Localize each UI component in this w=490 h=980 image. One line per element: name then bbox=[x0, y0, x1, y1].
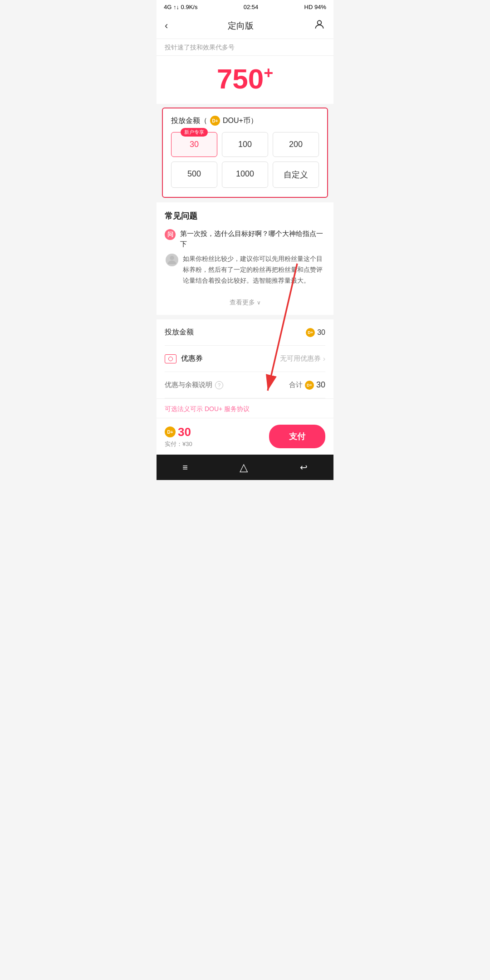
faq-q-icon: 问 bbox=[165, 229, 176, 240]
status-icons: HD 94% bbox=[304, 4, 326, 10]
coupon-arrow-icon: › bbox=[323, 355, 325, 363]
faq-answer: 如果你粉丝比较少，建议你可以先用粉丝量这个目标养粉，然后有了一定的粉丝再把粉丝量… bbox=[165, 254, 325, 286]
amount-label: 投放金额（ D+ DOU+币） bbox=[171, 116, 319, 126]
amount-section: 投放金额（ D+ DOU+币） 新户专享 30 100 200 500 1000… bbox=[162, 108, 328, 198]
total-value-area: 合计 D+ 30 bbox=[289, 380, 325, 390]
total-row: 优惠与余额说明 ? 合计 D+ 30 bbox=[165, 372, 325, 398]
amount-option-custom[interactable]: 自定义 bbox=[273, 162, 319, 188]
total-label: 优惠与余额说明 bbox=[165, 381, 212, 389]
faq-avatar bbox=[166, 254, 178, 266]
status-bar: 4G ↑↓ 0.9K/s 02:54 HD 94% bbox=[157, 0, 333, 13]
amount-value: 30 bbox=[190, 140, 199, 149]
faq-title: 常见问题 bbox=[165, 211, 325, 221]
hint-text: 可选法义可示 bbox=[165, 405, 205, 412]
amount-option-200[interactable]: 200 bbox=[273, 132, 319, 157]
invest-amount-row: 投放金额 D+ 30 bbox=[165, 319, 325, 346]
amount-value: 500 bbox=[187, 169, 201, 178]
bottom-hint: 可选法义可示 DOU+ 服务协议 bbox=[157, 398, 333, 418]
amount-grid: 新户专享 30 100 200 500 1000 自定义 bbox=[171, 132, 319, 188]
amount-value: 自定义 bbox=[284, 170, 308, 179]
coupon-value: 无可用优惠券 bbox=[280, 354, 321, 363]
summary-section: 投放金额 D+ 30 优惠券 无可用优惠券 › 优惠与余额说明 ? 合计 D+ … bbox=[157, 319, 333, 398]
faq-answer-text: 如果你粉丝比较少，建议你可以先用粉丝量这个目标养粉，然后有了一定的粉丝再把粉丝量… bbox=[183, 254, 325, 286]
amount-option-30[interactable]: 新户专享 30 bbox=[171, 132, 217, 157]
total-value: 30 bbox=[316, 380, 325, 390]
svg-point-0 bbox=[318, 20, 322, 24]
coin-icon-pay: D+ bbox=[165, 426, 176, 437]
amount-value: 200 bbox=[289, 140, 303, 149]
total-sublabel: 合计 bbox=[289, 381, 303, 389]
invest-value: D+ 30 bbox=[306, 328, 325, 337]
system-menu-icon[interactable]: ≡ bbox=[182, 462, 188, 473]
hint-link[interactable]: DOU+ 服务协议 bbox=[205, 405, 250, 412]
faq-section: 常见问题 问 第一次投，选什么目标好啊？哪个大神给指点一下 如果你粉丝比较少，建… bbox=[157, 202, 333, 315]
system-nav: ≡ △ ↩ bbox=[157, 455, 333, 480]
status-signal: 4G ↑↓ 0.9K/s bbox=[164, 4, 197, 10]
coupon-row[interactable]: 优惠券 无可用优惠券 › bbox=[165, 346, 325, 372]
pay-button[interactable]: 支付 bbox=[269, 425, 325, 448]
user-icon[interactable] bbox=[314, 19, 325, 33]
payment-bar: D+ 30 实付：¥30 支付 bbox=[157, 418, 333, 455]
faq-question: 问 第一次投，选什么目标好啊？哪个大神给指点一下 bbox=[165, 229, 325, 249]
new-badge: 新户专享 bbox=[181, 128, 208, 137]
svg-point-1 bbox=[170, 256, 174, 260]
faq-item: 问 第一次投，选什么目标好啊？哪个大神给指点一下 如果你粉丝比较少，建议你可以先… bbox=[165, 229, 325, 286]
coin-icon-total: D+ bbox=[305, 381, 314, 390]
subtitle-bar: 投针速了技和效果代多号 bbox=[157, 39, 333, 56]
amount-value: 100 bbox=[238, 140, 252, 149]
payment-coin-amount: D+ 30 bbox=[165, 425, 192, 439]
amount-option-100[interactable]: 100 bbox=[222, 132, 268, 157]
coupon-label-area: 优惠券 bbox=[165, 354, 203, 363]
amount-option-1000[interactable]: 1000 bbox=[222, 162, 268, 188]
coupon-icon bbox=[165, 354, 176, 363]
subtitle-text: 投针速了技和效果代多号 bbox=[165, 44, 235, 51]
faq-question-text: 第一次投，选什么目标好啊？哪个大神给指点一下 bbox=[180, 229, 325, 249]
nav-bar: ‹ 定向版 bbox=[157, 13, 333, 39]
chevron-down-icon: ∨ bbox=[257, 299, 261, 306]
amount-value: 1000 bbox=[236, 169, 254, 178]
dou-coin-icon: D+ bbox=[210, 116, 220, 126]
coupon-value-area: 无可用优惠券 › bbox=[280, 354, 325, 363]
payment-amount: D+ 30 实付：¥30 bbox=[165, 425, 192, 448]
view-more-button[interactable]: 查看更多 ∨ bbox=[165, 292, 325, 309]
payment-actual-label: 实付：¥30 bbox=[165, 440, 192, 448]
back-button[interactable]: ‹ bbox=[165, 20, 168, 32]
invest-label: 投放金额 bbox=[165, 328, 194, 337]
coupon-label: 优惠券 bbox=[181, 354, 203, 363]
big-number: 750+ bbox=[165, 65, 325, 93]
system-home-icon[interactable]: △ bbox=[240, 461, 248, 474]
amount-option-500[interactable]: 500 bbox=[171, 162, 217, 188]
page-title: 定向版 bbox=[228, 20, 254, 32]
big-number-section: 750+ bbox=[157, 56, 333, 104]
coin-icon-small: D+ bbox=[306, 328, 315, 337]
question-icon[interactable]: ? bbox=[215, 381, 223, 389]
system-back-icon[interactable]: ↩ bbox=[300, 462, 308, 473]
status-time: 02:54 bbox=[244, 4, 259, 10]
